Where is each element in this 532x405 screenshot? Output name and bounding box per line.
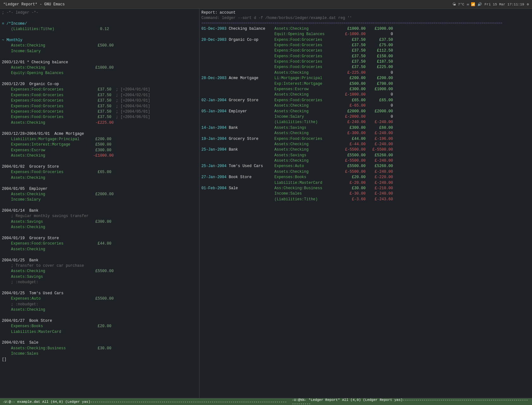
statusbar-right: -U:@%%- *Ledger Report* All (4,0) (Ledge… bbox=[289, 398, 532, 405]
main-container: ; -*- ledger -*- = /*Income/ (Liabilitie… bbox=[0, 9, 532, 398]
report-row: Assets:Savings £5500.00 £5260.00 bbox=[201, 153, 530, 158]
report-row: Exp:Interest:Mortgage £500.00 £700.00 bbox=[201, 81, 530, 87]
tx-20040105-salary: Income:Salary bbox=[2, 197, 197, 202]
blank11 bbox=[2, 285, 197, 291]
tx-20031220-checking: Assets:Checking -£225.00 bbox=[2, 120, 197, 126]
report-row: Income:Salary £-2000.00 0 bbox=[201, 114, 530, 120]
tx-20040125-bank-checking: Assets:Checking £5500.00 bbox=[2, 269, 197, 274]
statusbar: -U:@-- example.dat All (64,0) (Ledger ya… bbox=[0, 398, 532, 405]
report-row: (Liabilities:Tithe) £-240.00 £-240.00 bbox=[201, 120, 530, 125]
report-row: Assets:Checking £-65.00 0 bbox=[201, 103, 530, 109]
tx-20040125-cars-checking: Assets:Checking bbox=[2, 307, 197, 313]
report-row: Assets:Checking £-44.00 £-240.00 bbox=[201, 142, 530, 147]
blank6 bbox=[2, 159, 197, 164]
tx-20031228: 2003/12/28=2004/01/01 Acme Mortgage bbox=[2, 131, 197, 137]
blank5 bbox=[2, 126, 197, 131]
tx-20031201-checking: Assets:Checking £1000.00 bbox=[2, 65, 197, 71]
report-row: 28-Dec-2003 Acme Mortgage Li:Mortgage:Pr… bbox=[201, 76, 530, 81]
tx-20040127: 2004/01/27 Book Store bbox=[2, 318, 197, 324]
report-row: 20-Dec-2003 Organic Co-op Expens:Food:Gr… bbox=[201, 37, 530, 43]
report-row: Liabilitie:MasterCard £-20.00 £-240.00 bbox=[201, 180, 530, 186]
tx-20040102-groceries: Expenses:Food:Groceries £65.00 bbox=[2, 170, 197, 175]
tx-20031228-escrow: Expenses:Escrow £300.00 bbox=[2, 148, 197, 153]
report-row: Income:Sales £-30.00 £-240.00 bbox=[201, 191, 530, 196]
statusbar-left: -U:@-- example.dat All (64,0) (Ledger ya… bbox=[0, 398, 289, 405]
report-row: Expens:Food:Groceries £37.50 £225.00 bbox=[201, 65, 530, 70]
report-row: Assets:Checking £-5500.00 £-240.00 bbox=[201, 169, 530, 175]
report-row: Expens:Food:Groceries £37.50 £112.50 bbox=[201, 48, 530, 53]
blank1 bbox=[2, 16, 197, 21]
blank4 bbox=[2, 76, 197, 82]
right-pane: Report: account Command: ledger --sort d… bbox=[200, 9, 532, 398]
tx-20031220-g2: Expenses:Food:Groceries £37.50 ; [=2004/… bbox=[2, 93, 197, 98]
tx-20040201: 2004/02/01 Sale bbox=[2, 340, 197, 346]
window-title: *Ledger Report* - GNU Emacs bbox=[3, 2, 65, 7]
tx-20040201-business: Assets:Checking:Business £30.00 bbox=[2, 346, 197, 351]
blank9 bbox=[2, 230, 197, 236]
statusbar-left-text: -U:@-- example.dat All (64,0) (Ledger ya… bbox=[3, 400, 287, 404]
monthly-checking: Assets:Checking £500.00 bbox=[2, 43, 197, 48]
report-row: 01-Feb-2004 Sale Ass:Checking:Business £… bbox=[201, 186, 530, 191]
tx-20040102-checking: Assets:Checking bbox=[2, 175, 197, 181]
income-rule: = /*Income/ bbox=[2, 21, 197, 27]
tx-20031220-g4: Expenses:Food:Groceries £37.50 ; [=2004/… bbox=[2, 104, 197, 109]
tx-20040102: 2004/01/02 Grocery Store bbox=[2, 164, 197, 170]
tx-20031228-interest: Expenses:Interest:Mortgage £500.00 bbox=[2, 142, 197, 147]
report-row: 02-Jan-2004 Grocery Store Expens:Food:Gr… bbox=[201, 98, 530, 103]
blank7 bbox=[2, 181, 197, 186]
report-separator: ========================================… bbox=[201, 21, 530, 26]
tx-20031220-g6: Expenses:Food:Groceries £37.50 ; [=2004/… bbox=[2, 115, 197, 120]
report-row: Equit:Opening Balances £-1000.00 0 bbox=[201, 32, 530, 37]
report-row: Assets:Checking £-225.00 0 bbox=[201, 70, 530, 76]
tx-20040119: 2004/01/19 Grocery Store bbox=[2, 236, 197, 241]
report-command: Command: ledger --sort d -f /home/borbus… bbox=[201, 16, 530, 21]
report-row: Assets:Checking £-1000.00 0 bbox=[201, 92, 530, 97]
tx-20040125-bank: 2004/01/25 Bank bbox=[2, 258, 197, 263]
tx-20040125-bank-nobudget: ; :nobudget: bbox=[2, 280, 197, 285]
tx-20040119-groceries: Expenses:Food:Groceries £44.00 bbox=[2, 241, 197, 246]
report-row: Assets:Checking £-5500.00 £-240.00 bbox=[201, 158, 530, 164]
tx-20040125-bank-savings: Assets:Savings bbox=[2, 274, 197, 280]
tx-20040125-cars: 2004/01/25 Tom's Used Cars bbox=[2, 291, 197, 296]
status-icons: ✉ 📶 🔊 bbox=[467, 2, 482, 6]
tx-20040201-income: Income:Sales bbox=[2, 351, 197, 357]
tx-20040127-books: Expenses:Books £20.00 bbox=[2, 324, 197, 329]
tx-20031201: 2003/12/01 * Checking balance bbox=[2, 60, 197, 65]
report-row: 19-Jan-2004 Grocery Store Expens:Food:Gr… bbox=[201, 136, 530, 142]
report-row: 25-Jan-2004 Bank Assets:Checking £-5500.… bbox=[201, 147, 530, 153]
monthly-rule: ~ Monthly bbox=[2, 38, 197, 43]
report-row: Expens:Food:Groceries £37.50 £150.00 bbox=[201, 54, 530, 59]
cursor-line: [] bbox=[2, 357, 197, 362]
report-row: Expenses:Escrow £300.00 £1000.00 bbox=[201, 87, 530, 92]
report-header-label: Report: account bbox=[201, 10, 530, 16]
tx-20031201-equity: Equity:Opening Balances bbox=[2, 71, 197, 76]
tx-20040105: 2004/01/05 Employer bbox=[2, 186, 197, 192]
report-row: Expens:Food:Groceries £37.50 £75.00 bbox=[201, 43, 530, 48]
report-row: (Liabilities:Tithe) £-3.60 £-243.60 bbox=[201, 197, 530, 202]
settings-icon[interactable]: ⚙ bbox=[527, 2, 529, 6]
tx-20031228-checking: Assets:Checking -£1000.00 bbox=[2, 153, 197, 159]
tx-20040119-checking: Assets:Checking bbox=[2, 247, 197, 252]
report-row: Expens:Food:Groceries £37.50 £187.50 bbox=[201, 59, 530, 65]
report-row: 25-Jan-2004 Tom's Used Cars Expenses:Aut… bbox=[201, 164, 530, 169]
header-comment: ; -*- ledger -*- bbox=[2, 10, 197, 16]
report-row: Assets:Checking £-300.00 £-240.00 bbox=[201, 131, 530, 136]
tx-20040125-cars-nobudget: ; :nobudget: bbox=[2, 302, 197, 307]
blank8 bbox=[2, 203, 197, 208]
left-pane[interactable]: ; -*- ledger -*- = /*Income/ (Liabilitie… bbox=[0, 9, 200, 398]
tx-20040127-mastercard: Liabilities:MasterCard bbox=[2, 329, 197, 335]
tx-20040114: 2004/01/14 Bank bbox=[2, 208, 197, 214]
tx-20031220-g5: Expenses:Food:Groceries £37.50 ; [=2004/… bbox=[2, 109, 197, 115]
report-row: 27-Jan-2004 Book Store Expenses:Books £2… bbox=[201, 175, 530, 180]
tx-20040114-checking: Assets:Checking bbox=[2, 225, 197, 230]
tx-20040114-savings: Assets:Savings £300.00 bbox=[2, 219, 197, 225]
report-row: 01-Dec-2003 Checking balance Assets:Chec… bbox=[201, 26, 530, 32]
tx-20031220-g1: Expenses:Food:Groceries £37.50 ; [=2004/… bbox=[2, 87, 197, 92]
tx-20040114-comment: ; Regular monthly savings transfer bbox=[2, 214, 197, 219]
blank10 bbox=[2, 252, 197, 258]
weather-info: 🌤 7°C bbox=[453, 2, 464, 6]
tithe-account: (Liabilities:Tithe) 0.12 bbox=[2, 27, 197, 32]
titlebar-right: 🌤 7°C ✉ 📶 🔊 Fri 15 Mar 17:11:19 ⚙ bbox=[453, 2, 529, 6]
blank12 bbox=[2, 313, 197, 318]
tx-20040125-auto: Expenses:Auto £5500.00 bbox=[2, 296, 197, 302]
